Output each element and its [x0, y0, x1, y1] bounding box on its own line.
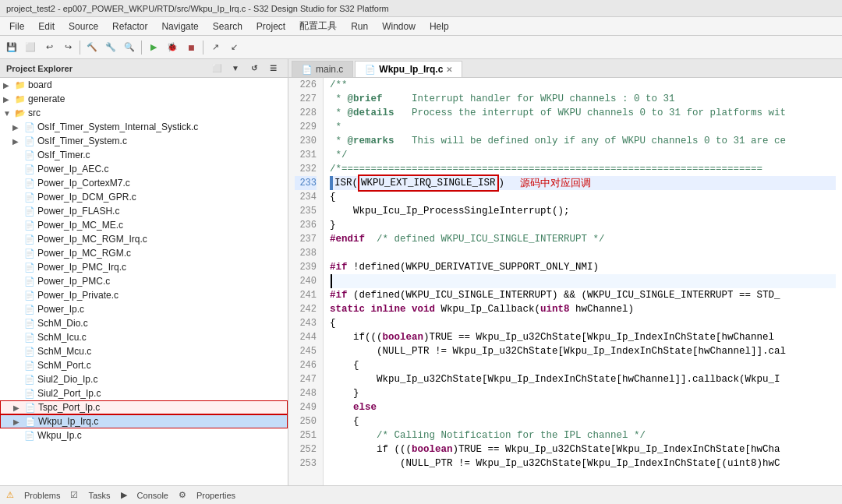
folder-icon-board: 📁 — [15, 80, 26, 90]
file-arrow — [12, 165, 22, 174]
code-line-241: #if (defined(WKPU_ICU_SINGLE_INTERRUPT) … — [330, 288, 836, 302]
file-icon: 📄 — [24, 220, 35, 231]
list-item[interactable]: 📄 Power_Ip_AEC.c — [0, 162, 288, 176]
bottom-tab-console[interactable]: Console — [130, 488, 175, 502]
code-text-isr: ISR(WKPU_EXT_IRQ_SINGLE_ISR) — [334, 174, 504, 192]
list-item[interactable]: ▶ 📄 OsIf_Timer_System_Internal_Systick.c — [0, 120, 288, 134]
menu-item-search[interactable]: Search — [207, 19, 249, 33]
list-item[interactable]: 📄 Power_Ip_PMC_Irq.c — [0, 260, 288, 274]
pe-filter-btn[interactable]: ▼ — [227, 60, 244, 77]
pe-collapse-btn[interactable]: ⬜ — [208, 60, 225, 77]
list-item[interactable]: 📄 Power_Ip_Private.c — [0, 288, 288, 302]
list-item-wkpu-irq[interactable]: ▶ 📄 Wkpu_Ip_Irq.c — [0, 414, 288, 428]
list-item[interactable]: 📄 Power_Ip_CortexM7.c — [0, 176, 288, 190]
file-label: Power_Ip_PMC.c — [37, 276, 110, 287]
menu-item-refactor[interactable]: Refactor — [106, 19, 154, 33]
code-text: (NULL_PTR != Wkpu_Ip_u32ChState[Wkpu_Ip_… — [330, 344, 786, 358]
menu-item-file[interactable]: File — [3, 19, 30, 33]
list-item[interactable]: 📄 Wkpu_Ip.c — [0, 428, 288, 442]
code-text: (NULL_PTR != Wkpu_Ip_u32ChState[Wkpu_Ip_… — [330, 456, 780, 471]
list-item[interactable]: 📄 Siul2_Dio_Ip.c — [0, 372, 288, 386]
toolbar-btn-7[interactable]: 🔍 — [121, 39, 138, 56]
toolbar-btn-run[interactable]: ▶ — [145, 39, 162, 56]
file-arrow — [12, 389, 22, 398]
bottom-tab-properties[interactable]: Properties — [189, 488, 242, 502]
title-text: project_test2 - ep007_POWER_WKPU/RTD/src… — [6, 4, 389, 13]
pe-sync-btn[interactable]: ↺ — [246, 60, 263, 77]
code-line-228: * @details Process the interrupt of WKPU… — [330, 106, 836, 120]
code-line-252: if (((boolean)TRUE == Wkpu_Ip_u32ChState… — [330, 442, 836, 456]
list-item[interactable]: 📄 Power_Ip_MC_ME.c — [0, 218, 288, 232]
file-label: SchM_Icu.c — [37, 332, 87, 343]
list-item[interactable]: 📄 OsIf_Timer.c — [0, 148, 288, 162]
list-item[interactable]: 📄 Power_Ip_DCM_GPR.c — [0, 190, 288, 204]
menu-item-run[interactable]: Run — [345, 19, 374, 33]
bottom-tab-tasks[interactable]: Tasks — [81, 488, 117, 502]
list-item[interactable]: 📄 Power_Ip.c — [0, 302, 288, 316]
list-item[interactable]: 📄 SchM_Icu.c — [0, 330, 288, 344]
toolbar-btn-9[interactable]: ↙ — [225, 39, 242, 56]
line-num: 227 — [295, 92, 317, 106]
tab-wkpu-irq[interactable]: 📄 Wkpu_Ip_Irq.c ✕ — [355, 61, 462, 77]
tree-folder-generate[interactable]: ▶ 📁 generate — [0, 92, 288, 106]
menu-item-help[interactable]: Help — [423, 19, 455, 33]
line-num: 233 — [295, 176, 317, 190]
toolbar-btn-3[interactable]: ↩ — [41, 39, 58, 56]
list-item[interactable]: 📄 SchM_Dio.c — [0, 316, 288, 330]
file-label: OsIf_Timer.c — [37, 150, 90, 160]
file-arrow — [12, 333, 22, 342]
file-icon: 📄 — [24, 122, 35, 132]
code-line-243: { — [330, 316, 836, 330]
code-text: #if — [330, 288, 353, 302]
file-label: SchM_Dio.c — [37, 318, 88, 329]
code-line-249: else — [330, 400, 836, 414]
line-num: 232 — [295, 162, 317, 176]
tree-folder-board[interactable]: ▶ 📁 board — [0, 78, 288, 92]
tab-close-wkpu[interactable]: ✕ — [446, 65, 452, 74]
tab-main-c[interactable]: 📄 main.c — [292, 61, 353, 77]
list-item[interactable]: 📄 Power_Ip_MC_RGM_Irq.c — [0, 232, 288, 246]
menu-item-edit[interactable]: Edit — [32, 19, 61, 33]
file-arrow — [12, 305, 22, 314]
code-text: { — [330, 190, 336, 204]
tab-icon-wkpu: 📄 — [365, 65, 376, 75]
toolbar-btn-1[interactable]: 💾 — [3, 39, 20, 56]
line-num: 248 — [295, 386, 317, 400]
menu-item-配置工具[interactable]: 配置工具 — [293, 18, 343, 34]
toolbar-btn-debug[interactable]: 🐞 — [164, 39, 181, 56]
toolbar-btn-stop[interactable]: ⏹ — [182, 39, 200, 56]
list-item[interactable]: 📄 Power_Ip_MC_RGM.c — [0, 246, 288, 260]
list-item[interactable]: 📄 Power_Ip_FLASH.c — [0, 204, 288, 218]
list-item[interactable]: 📄 SchM_Port.c — [0, 358, 288, 372]
line-num: 229 — [295, 120, 317, 134]
toolbar-btn-8[interactable]: ↗ — [207, 39, 224, 56]
menu-item-source[interactable]: Source — [62, 19, 104, 33]
toolbar-btn-2[interactable]: ⬜ — [22, 39, 39, 56]
toolbar-btn-6[interactable]: 🔧 — [102, 39, 119, 56]
tree-folder-src[interactable]: ▼ 📂 src — [0, 106, 288, 120]
file-icon: 📄 — [24, 347, 35, 357]
code-text: * @brief Interrupt handler for WKPU chan… — [330, 92, 675, 106]
menu-item-window[interactable]: Window — [376, 19, 422, 33]
code-text: #endif — [330, 232, 365, 246]
menu-item-navigate[interactable]: Navigate — [155, 19, 204, 33]
bottom-tab-problems[interactable]: Problems — [17, 488, 67, 502]
file-arrow — [12, 179, 22, 188]
file-arrow — [12, 347, 22, 356]
list-item[interactable]: 📄 SchM_Mcu.c — [0, 344, 288, 358]
list-item-tspc[interactable]: ▶ 📄 Tspc_Port_Ip.c — [0, 400, 288, 414]
list-item[interactable]: ▶ 📄 OsIf_Timer_System.c — [0, 134, 288, 148]
toolbar-btn-4[interactable]: ↪ — [59, 39, 76, 56]
file-label: SchM_Mcu.c — [37, 346, 91, 357]
line-num: 245 — [295, 344, 317, 358]
code-text: * @details Process the interrupt of WKPU… — [330, 106, 786, 120]
file-arrow — [12, 221, 22, 230]
bottom-tabs: ⚠ Problems ☑ Tasks ▶ Console ⚙ Propertie… — [0, 485, 842, 504]
list-item[interactable]: 📄 Siul2_Port_Ip.c — [0, 386, 288, 400]
list-item[interactable]: 📄 Power_Ip_PMC.c — [0, 274, 288, 288]
line-num: 239 — [295, 260, 317, 274]
code-line-245: (NULL_PTR != Wkpu_Ip_u32ChState[Wkpu_Ip_… — [330, 344, 836, 358]
menu-item-project[interactable]: Project — [250, 19, 292, 33]
pe-menu-btn[interactable]: ☰ — [264, 60, 281, 77]
toolbar-btn-5[interactable]: 🔨 — [83, 39, 101, 56]
